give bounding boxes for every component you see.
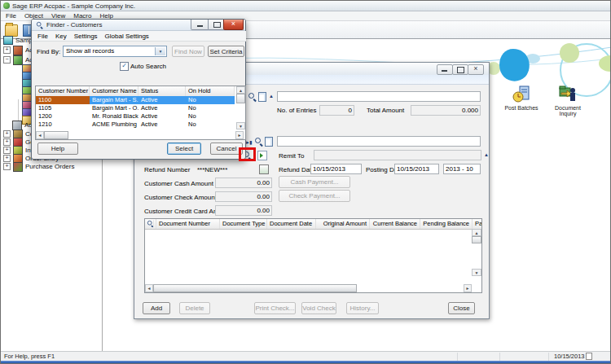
horizontal-scrollbar[interactable] <box>145 284 472 292</box>
entry-description-input[interactable] <box>277 136 481 147</box>
add-button[interactable]: Add <box>143 302 170 314</box>
delete-button[interactable]: Delete <box>179 302 210 314</box>
scrollbar-thumb[interactable] <box>472 236 481 243</box>
expand-plus-icon[interactable] <box>3 155 11 162</box>
batch-description-input[interactable] <box>277 91 481 102</box>
desktop-screen: Sage ERP Accpac - Sample Company Inc. Fi… <box>0 0 611 364</box>
column-header[interactable]: Payment T <box>473 219 482 229</box>
horizontal-scrollbar[interactable] <box>36 131 244 139</box>
batch-zoom-icon[interactable] <box>269 94 274 99</box>
scroll-down-icon[interactable] <box>236 122 245 129</box>
menu-file[interactable]: File <box>6 12 16 20</box>
close-button[interactable]: Close <box>448 302 475 314</box>
customer-row[interactable]: 1200 Mr. Ronald Black Active No <box>36 112 235 121</box>
documents-table: Document Number Document Type Document D… <box>144 218 482 293</box>
expand-plus-icon[interactable] <box>3 130 11 138</box>
column-header[interactable]: Pending Balance <box>420 219 473 229</box>
scrollbar-thumb[interactable] <box>44 131 68 139</box>
auto-search-checkbox[interactable] <box>120 62 129 71</box>
set-criteria-button[interactable]: Set Criteria <box>208 46 244 57</box>
app-title: Sage ERP Accpac - Sample Company Inc. <box>12 2 135 10</box>
open-folder-icon[interactable] <box>5 24 18 37</box>
new-batch-icon[interactable] <box>258 92 266 102</box>
cancel-button[interactable]: Cancel <box>210 143 243 155</box>
column-header[interactable]: Current Balance <box>370 219 420 229</box>
expand-plus-icon[interactable] <box>3 46 11 54</box>
customer-row[interactable]: 1105 Bargain Mart - O... Active No <box>36 104 235 112</box>
entry-finder-icon[interactable] <box>254 137 263 146</box>
no-of-entries-value: 0 <box>319 105 354 116</box>
remit-to-field[interactable] <box>314 150 481 160</box>
scrollbar-thumb[interactable] <box>236 94 245 103</box>
refund-date-input[interactable]: 10/15/2013 <box>310 164 362 174</box>
customer-check-amount-label: Customer Check Amount <box>144 194 217 201</box>
vertical-scrollbar[interactable] <box>472 229 481 276</box>
remit-to-expand-icon[interactable] <box>484 152 489 157</box>
batch-finder-icon[interactable] <box>248 92 257 101</box>
finder-menubar: File Key Settings Global Settings <box>33 31 246 42</box>
vertical-scrollbar[interactable] <box>236 86 245 129</box>
find-now-button[interactable]: Find Now <box>172 46 204 57</box>
scrollbar-thumb[interactable] <box>153 284 357 292</box>
help-button[interactable]: Help <box>37 143 78 155</box>
refund-number-label: Refund Number <box>144 166 190 173</box>
tree-item-purchase-orders[interactable]: Purchase Orders <box>3 162 74 171</box>
collapse-minus-icon[interactable] <box>3 56 11 64</box>
desktop-icon-post-batches[interactable]: Post Batches <box>499 86 543 111</box>
history-button[interactable]: History... <box>346 302 379 314</box>
app-titlebar[interactable]: Sage ERP Accpac - Sample Company Inc. <box>1 1 611 11</box>
taskbar-edge <box>1 361 611 364</box>
finder-menu-global-settings[interactable]: Global Settings <box>105 33 149 40</box>
scroll-left-icon[interactable] <box>36 131 44 139</box>
customer-row-selected[interactable]: 1100 Bargain Mart - S... Active No <box>36 96 235 104</box>
scroll-right-icon[interactable] <box>235 131 244 139</box>
refund-number-new-icon[interactable] <box>259 164 269 174</box>
scroll-left-icon[interactable] <box>145 284 153 292</box>
goto-last-entry-icon[interactable] <box>245 139 251 145</box>
sage-app-icon <box>3 2 10 9</box>
finder-menu-file[interactable]: File <box>37 33 48 40</box>
finder-menu-key[interactable]: Key <box>55 33 67 40</box>
finder-minimize-button[interactable] <box>191 20 209 30</box>
column-header[interactable]: Document Type <box>220 219 267 229</box>
close-window-button[interactable]: × <box>468 64 484 75</box>
finder-menu-settings[interactable]: Settings <box>74 33 98 40</box>
print-check-button[interactable]: Print Check... <box>254 302 296 314</box>
finder-maximize-button[interactable] <box>208 20 225 30</box>
scroll-down-icon[interactable] <box>472 269 481 276</box>
finder-close-button[interactable]: × <box>223 20 244 30</box>
void-check-button[interactable]: Void Check <box>301 302 336 314</box>
cash-payment-button[interactable]: Cash Payment... <box>279 176 350 188</box>
posting-date-input[interactable]: 10/15/2013 <box>394 164 439 174</box>
scroll-right-icon[interactable] <box>464 284 472 292</box>
maximize-button[interactable] <box>452 64 468 75</box>
column-header[interactable]: Customer Number <box>36 86 90 96</box>
customer-row[interactable]: 1210 ACME Plumbing Active No <box>36 121 235 129</box>
status-bar: For Help, press F1 10/15/2013 <box>1 351 611 361</box>
customer-cash-amount-value: 0.00 <box>215 178 272 188</box>
status-message: For Help, press F1 <box>4 352 55 361</box>
expand-plus-icon[interactable] <box>3 138 11 146</box>
customer-drilldown-icon[interactable] <box>257 151 267 160</box>
column-header[interactable]: Original Amount <box>316 219 370 229</box>
customers-table: Customer Number Customer Name Status On … <box>35 86 246 140</box>
desktop-icon-document-inquiry[interactable]: Document Inquiry <box>546 86 590 116</box>
new-entry-icon[interactable] <box>265 137 273 147</box>
column-header[interactable]: Document Number <box>156 219 220 229</box>
column-header[interactable]: Document Date <box>267 219 316 229</box>
expand-plus-icon[interactable] <box>3 163 11 170</box>
auto-search-label: Auto Search <box>130 63 166 70</box>
scroll-up-icon[interactable] <box>236 86 245 94</box>
check-payment-button[interactable]: Check Payment... <box>279 190 350 202</box>
find-by-dropdown[interactable]: Show all records <box>63 46 167 57</box>
scroll-up-icon[interactable] <box>472 229 481 236</box>
select-button[interactable]: Select <box>167 143 201 155</box>
expand-plus-icon[interactable] <box>3 147 11 154</box>
column-header[interactable]: On Hold <box>186 86 235 96</box>
dropdown-arrow-icon[interactable] <box>155 47 165 55</box>
minimize-button[interactable] <box>437 64 453 75</box>
company-icon <box>3 36 13 45</box>
column-header[interactable]: Customer Name <box>90 86 138 96</box>
column-header[interactable]: Status <box>138 86 186 96</box>
finder-title: Finder - Customers <box>46 21 102 29</box>
